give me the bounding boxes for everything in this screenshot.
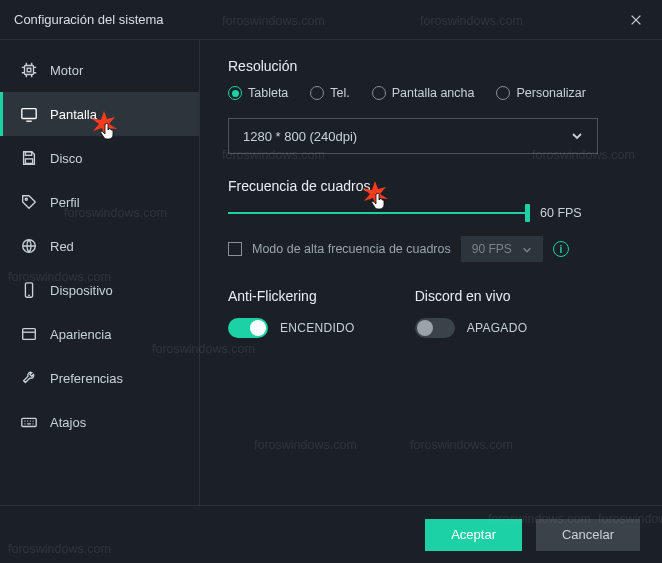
radio-label: Pantalla ancha bbox=[392, 86, 475, 100]
titlebar: Configuración del sistema bbox=[0, 0, 662, 40]
globe-icon bbox=[20, 237, 38, 255]
sidebar-item-apariencia[interactable]: Apariencia bbox=[0, 312, 199, 356]
tool-icon bbox=[20, 369, 38, 387]
sidebar: Motor Pantalla Disco Perfil Red bbox=[0, 40, 200, 505]
sidebar-item-label: Dispositivo bbox=[50, 283, 113, 298]
sidebar-item-red[interactable]: Red bbox=[0, 224, 199, 268]
svg-rect-2 bbox=[22, 109, 36, 119]
high-fps-dropdown-value: 90 FPS bbox=[472, 242, 512, 256]
sidebar-item-label: Pantalla bbox=[50, 107, 97, 122]
radio-tel[interactable]: Tel. bbox=[310, 86, 349, 100]
cancel-button[interactable]: Cancelar bbox=[536, 519, 640, 551]
discord-title: Discord en vivo bbox=[415, 288, 528, 304]
high-fps-dropdown: 90 FPS bbox=[461, 236, 543, 262]
svg-rect-9 bbox=[22, 418, 36, 426]
svg-rect-0 bbox=[25, 66, 34, 75]
chevron-down-icon bbox=[522, 244, 532, 254]
discord-toggle[interactable] bbox=[415, 318, 455, 338]
radio-circle-icon bbox=[310, 86, 324, 100]
chevron-down-icon bbox=[571, 130, 583, 142]
high-fps-checkbox[interactable] bbox=[228, 242, 242, 256]
radio-circle-icon bbox=[372, 86, 386, 100]
anti-flicker-toggle[interactable] bbox=[228, 318, 268, 338]
radio-label: Personalizar bbox=[516, 86, 585, 100]
discord-state: APAGADO bbox=[467, 321, 528, 335]
cpu-icon bbox=[20, 61, 38, 79]
window-icon bbox=[20, 325, 38, 343]
content-panel: Resolución Tableta Tel. Pantalla ancha P… bbox=[200, 40, 662, 505]
sidebar-item-perfil[interactable]: Perfil bbox=[0, 180, 199, 224]
fps-value-label: 60 FPS bbox=[540, 206, 582, 220]
display-icon bbox=[20, 105, 38, 123]
phone-icon bbox=[20, 281, 38, 299]
anti-flicker-state: ENCENDIDO bbox=[280, 321, 355, 335]
resolution-radio-group: Tableta Tel. Pantalla ancha Personalizar bbox=[228, 86, 634, 100]
sidebar-item-motor[interactable]: Motor bbox=[0, 48, 199, 92]
save-icon bbox=[20, 149, 38, 167]
sidebar-item-label: Atajos bbox=[50, 415, 86, 430]
sidebar-item-preferencias[interactable]: Preferencias bbox=[0, 356, 199, 400]
resolution-title: Resolución bbox=[228, 58, 634, 74]
svg-point-5 bbox=[25, 198, 27, 200]
svg-rect-3 bbox=[25, 152, 31, 156]
radio-pantalla-ancha[interactable]: Pantalla ancha bbox=[372, 86, 475, 100]
radio-personalizar[interactable]: Personalizar bbox=[496, 86, 585, 100]
keyboard-icon bbox=[20, 413, 38, 431]
radio-tableta[interactable]: Tableta bbox=[228, 86, 288, 100]
slider-handle[interactable] bbox=[525, 204, 530, 222]
accept-button[interactable]: Aceptar bbox=[425, 519, 522, 551]
sidebar-item-label: Perfil bbox=[50, 195, 80, 210]
radio-label: Tel. bbox=[330, 86, 349, 100]
sidebar-item-label: Apariencia bbox=[50, 327, 111, 342]
tag-icon bbox=[20, 193, 38, 211]
window-title: Configuración del sistema bbox=[14, 12, 164, 27]
svg-rect-8 bbox=[23, 329, 36, 340]
sidebar-item-label: Motor bbox=[50, 63, 83, 78]
radio-circle-icon bbox=[496, 86, 510, 100]
sidebar-item-label: Disco bbox=[50, 151, 83, 166]
sidebar-item-label: Preferencias bbox=[50, 371, 123, 386]
svg-rect-4 bbox=[25, 159, 32, 164]
fps-slider[interactable] bbox=[228, 212, 528, 214]
svg-rect-1 bbox=[27, 68, 31, 72]
sidebar-item-label: Red bbox=[50, 239, 74, 254]
close-button[interactable] bbox=[624, 8, 648, 32]
anti-flicker-title: Anti-Flickering bbox=[228, 288, 355, 304]
dropdown-value: 1280 * 800 (240dpi) bbox=[243, 129, 357, 144]
sidebar-item-disco[interactable]: Disco bbox=[0, 136, 199, 180]
framerate-title: Frecuencia de cuadros bbox=[228, 178, 634, 194]
resolution-dropdown[interactable]: 1280 * 800 (240dpi) bbox=[228, 118, 598, 154]
sidebar-item-atajos[interactable]: Atajos bbox=[0, 400, 199, 444]
high-fps-label: Modo de alta frecuencia de cuadros bbox=[252, 242, 451, 256]
info-icon[interactable]: i bbox=[553, 241, 569, 257]
radio-circle-icon bbox=[228, 86, 242, 100]
radio-label: Tableta bbox=[248, 86, 288, 100]
footer: Aceptar Cancelar bbox=[0, 505, 662, 563]
sidebar-item-dispositivo[interactable]: Dispositivo bbox=[0, 268, 199, 312]
sidebar-item-pantalla[interactable]: Pantalla bbox=[0, 92, 199, 136]
